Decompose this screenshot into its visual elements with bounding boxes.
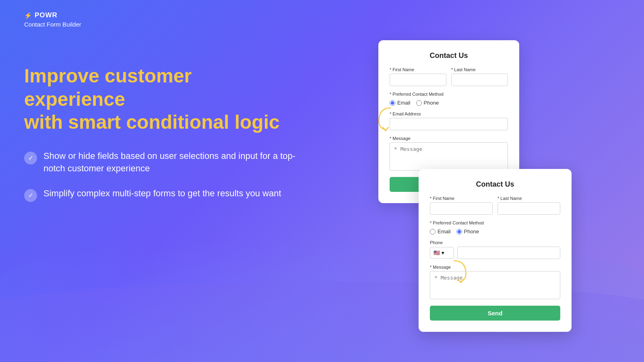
form1-message-textarea[interactable] bbox=[390, 142, 508, 171]
form1-email-group: * Email Address bbox=[390, 111, 508, 130]
form1-title: Contact Us bbox=[390, 51, 508, 60]
form1-firstname-group: * First Name bbox=[390, 67, 446, 86]
form2-email-radio[interactable] bbox=[430, 229, 436, 234]
form2-firstname-group: * First Name bbox=[430, 196, 493, 215]
form2-contact-method-group: * Preferred Contact Method Email Phone bbox=[430, 220, 560, 234]
powr-logo-text: POWR bbox=[35, 11, 58, 19]
form1-email-label: * Email Address bbox=[390, 111, 508, 116]
form1-email-option: Email bbox=[397, 100, 411, 106]
form-card-2: Contact Us * First Name * Last Name * Pr… bbox=[419, 169, 572, 332]
form2-phone-flag-selector[interactable]: 🇺🇸 ▾ bbox=[430, 247, 454, 259]
check-icon-2: ✓ bbox=[24, 189, 37, 202]
form2-phone-radio-label[interactable]: Phone bbox=[456, 228, 479, 234]
form1-message-label: * Message bbox=[390, 136, 508, 141]
form1-email-input[interactable] bbox=[390, 118, 508, 130]
form1-phone-radio[interactable] bbox=[416, 100, 422, 106]
form1-firstname-label: * First Name bbox=[390, 67, 446, 72]
form2-flag-dropdown-icon: ▾ bbox=[442, 250, 444, 256]
arrow-2 bbox=[451, 257, 471, 278]
powr-logo-icon: ⚡ bbox=[24, 12, 32, 19]
form2-message-textarea[interactable] bbox=[430, 271, 560, 299]
forms-container: Contact Us * First Name * Last Name * Pr… bbox=[338, 20, 620, 342]
form2-message-label: * Message bbox=[430, 265, 560, 269]
form1-name-row: * First Name * Last Name bbox=[390, 67, 508, 86]
form2-phone-group: Phone 🇺🇸 ▾ bbox=[430, 240, 560, 259]
feature-item-2: ✓ Simplify complex multi-step forms to g… bbox=[24, 187, 298, 202]
feature-item-1: ✓ Show or hide fields based on user sele… bbox=[24, 150, 298, 175]
header: ⚡ POWR Contact Form Builder bbox=[24, 11, 81, 28]
form2-name-row: * First Name * Last Name bbox=[430, 196, 560, 215]
form2-lastname-label: * Last Name bbox=[497, 196, 560, 201]
form2-email-option: Email bbox=[438, 228, 451, 234]
check-icon-1: ✓ bbox=[24, 152, 37, 165]
form2-phone-number-input[interactable] bbox=[457, 247, 560, 259]
form1-firstname-input[interactable] bbox=[390, 74, 446, 86]
form2-email-radio-label[interactable]: Email bbox=[430, 228, 451, 234]
form2-firstname-input[interactable] bbox=[430, 202, 493, 215]
form2-firstname-label: * First Name bbox=[430, 196, 493, 201]
form1-phone-radio-label[interactable]: Phone bbox=[416, 100, 439, 106]
form1-lastname-label: * Last Name bbox=[451, 67, 508, 72]
form1-lastname-input[interactable] bbox=[451, 74, 508, 86]
form2-radio-group: Email Phone bbox=[430, 228, 560, 234]
main-heading: Improve customer experience with smart c… bbox=[24, 64, 298, 134]
form2-phone-input-row: 🇺🇸 ▾ bbox=[430, 247, 560, 259]
form2-phone-option: Phone bbox=[464, 228, 479, 234]
heading-line-2: with smart conditional logic bbox=[24, 111, 280, 133]
form2-contact-label: * Preferred Contact Method bbox=[430, 220, 560, 225]
form1-message-group: * Message bbox=[390, 136, 508, 171]
form2-send-button[interactable]: Send bbox=[430, 306, 560, 321]
form2-flag-icon: 🇺🇸 bbox=[433, 250, 440, 256]
form2-message-group: * Message bbox=[430, 265, 560, 299]
header-subtitle: Contact Form Builder bbox=[24, 21, 81, 28]
arrow-1 bbox=[376, 105, 396, 125]
form2-phone-label: Phone bbox=[430, 240, 560, 245]
form1-lastname-group: * Last Name bbox=[451, 67, 508, 86]
form1-radio-group: Email Phone bbox=[390, 100, 508, 106]
form2-title: Contact Us bbox=[430, 180, 560, 189]
form1-contact-label: * Preferred Contact Method bbox=[390, 92, 508, 97]
feature-list: ✓ Show or hide fields based on user sele… bbox=[24, 150, 298, 202]
heading-line-1: Improve customer experience bbox=[24, 65, 192, 110]
form1-contact-method-group: * Preferred Contact Method Email Phone bbox=[390, 92, 508, 106]
left-content: Improve customer experience with smart c… bbox=[24, 64, 298, 202]
form1-phone-option: Phone bbox=[424, 100, 439, 106]
form2-phone-radio[interactable] bbox=[456, 229, 462, 234]
feature-text-1: Show or hide fields based on user select… bbox=[43, 150, 298, 175]
feature-text-2: Simplify complex multi-step forms to get… bbox=[43, 187, 281, 200]
form2-lastname-input[interactable] bbox=[497, 202, 560, 215]
form2-lastname-group: * Last Name bbox=[497, 196, 560, 215]
